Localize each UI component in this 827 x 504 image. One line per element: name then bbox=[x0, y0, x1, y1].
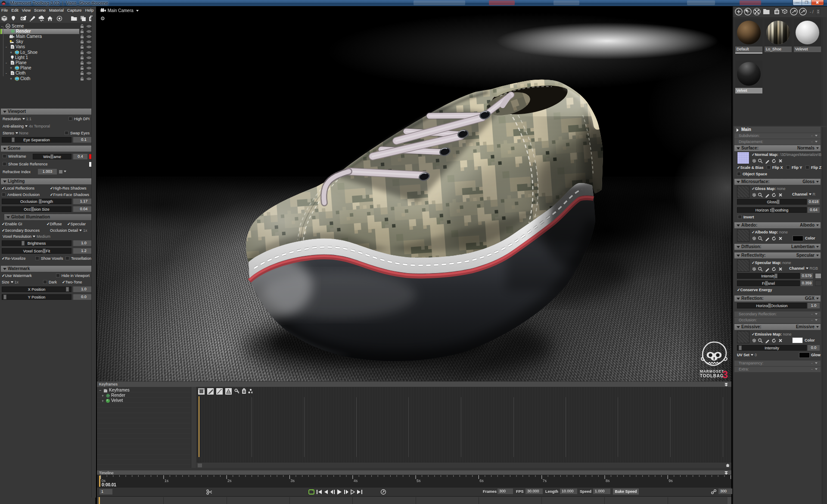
svg-text:TOOLBAG: TOOLBAG bbox=[700, 373, 724, 378]
svg-text:1s: 1s bbox=[165, 479, 169, 483]
svg-text:0:00.01: 0:00.01 bbox=[102, 482, 116, 487]
svg-text:9s: 9s bbox=[668, 479, 673, 483]
svg-text:8s: 8s bbox=[606, 479, 610, 483]
svg-text:2s: 2s bbox=[227, 479, 232, 483]
svg-text:7s: 7s bbox=[543, 479, 547, 483]
svg-text:MARMOSET: MARMOSET bbox=[700, 369, 724, 373]
svg-text:4s: 4s bbox=[354, 479, 358, 483]
svg-text:3s: 3s bbox=[290, 479, 295, 483]
svg-text:3: 3 bbox=[722, 369, 728, 380]
svg-text:6s: 6s bbox=[479, 479, 484, 483]
svg-text:5s: 5s bbox=[417, 479, 421, 483]
